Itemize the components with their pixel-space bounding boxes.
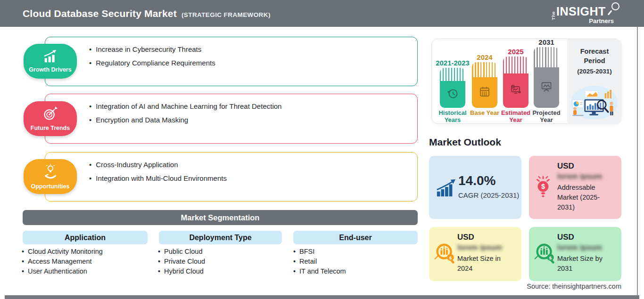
- history-clock-icon: [446, 88, 459, 102]
- list-item: Encryption and Data Masking: [89, 116, 281, 124]
- header-bar: Cloud Database Security Market (STRATEGI…: [0, 0, 644, 27]
- deployment-type-list: Public Cloud Private Cloud Hybrid Cloud: [158, 247, 205, 276]
- right-border-line: [637, 27, 638, 296]
- opportunities-box: Cross-Industry Application Integration w…: [45, 152, 418, 202]
- brand-logo: The INSIGHT Partners: [552, 4, 618, 24]
- logo-the: The: [551, 11, 556, 20]
- future-trends-badge: Future Trends: [24, 101, 77, 136]
- base-year-bar: [472, 62, 497, 108]
- header-title-wrap: Cloud Database Security Market (STRATEGI…: [23, 8, 271, 19]
- currency-label: USD: [557, 233, 617, 242]
- forecast-range: (2025-2031): [567, 68, 622, 75]
- future-trends-box: Integration of AI and Machine Learning f…: [45, 94, 418, 144]
- projected-year-bar: [534, 47, 559, 108]
- bottom-bar: [5, 295, 639, 299]
- magnifier-chart-icon-green: $: [533, 242, 557, 267]
- calendar-icon: [479, 86, 491, 100]
- growth-drivers-badge: Growth Drivers: [24, 44, 77, 79]
- card-label: Addressable Market (2025-2031): [557, 183, 617, 212]
- blurred-value: lorem ipsum: [457, 243, 517, 252]
- bulb-hand-icon: [42, 164, 58, 182]
- timeline-year: 2025: [495, 48, 537, 56]
- chip-label: End-user: [339, 234, 372, 242]
- list-item: Cross-Industry Application: [89, 161, 227, 169]
- card-text: USD lorem ipsum Addressable Market (2025…: [557, 162, 617, 212]
- list-item: Retail: [293, 257, 346, 267]
- chip-label: Deployment Type: [189, 234, 251, 242]
- card-label: Market Size in 2024: [457, 254, 517, 274]
- forecast-period-panel: Forecast Period (2025-2031): [567, 39, 622, 124]
- opportunities-list: Cross-Industry Application Integration w…: [89, 161, 227, 188]
- card-text: USD lorem ipsum Market Size in 2024: [457, 233, 517, 274]
- infographic-page: Cloud Database Security Market (STRATEGI…: [0, 0, 644, 299]
- bar-stripe: [503, 57, 528, 73]
- list-item: Increase in Cybersecurity Threats: [89, 45, 215, 54]
- list-item: Hybrid Cloud: [158, 267, 205, 276]
- badge-label: Future Trends: [31, 125, 70, 131]
- historical-years-bar: [440, 68, 465, 108]
- bar-body: [440, 81, 465, 108]
- svg-text:$: $: [549, 255, 552, 260]
- growth-drivers-list: Increase in Cybersecurity Threats Regula…: [89, 45, 215, 73]
- future-trends-list: Integration of AI and Machine Learning f…: [89, 102, 281, 129]
- target-icon: [42, 106, 58, 123]
- addressable-market-card: $ USD lorem ipsum Addressable Market (20…: [529, 156, 621, 219]
- segment-chip-end-user: End-user: [293, 231, 418, 244]
- page-subtitle: (STRATEGIC FRAMEWORK): [182, 11, 271, 18]
- list-item: Public Cloud: [158, 247, 205, 257]
- blurred-value: lorem ipsum: [557, 243, 617, 252]
- list-item: Regulatory Compliance Requirements: [89, 59, 215, 67]
- logo-insight: INSIGHT: [556, 5, 606, 18]
- list-item: Private Cloud: [158, 257, 205, 267]
- opportunities-badge: Opportunities: [24, 159, 77, 194]
- analytics-illustration: [569, 84, 620, 122]
- magnifier-chart-icon-orange: $: [433, 242, 457, 267]
- bar-body: [534, 67, 559, 108]
- bar-body: [503, 73, 528, 108]
- timeline-bar-label: Projected Year: [528, 110, 565, 124]
- analysis-gear-icon: [510, 83, 522, 97]
- segmentation-title: Market Segmentation: [181, 213, 260, 222]
- badge-label: Opportunities: [31, 183, 70, 190]
- timeline-panel: 2021-2023 2024 2025 2031: [431, 39, 621, 124]
- cagr-label: CAGR (2025-2031): [458, 191, 519, 199]
- cagr-value: 14.0%: [458, 173, 495, 188]
- list-item: Access Management: [22, 257, 103, 267]
- bar-body: [472, 77, 497, 108]
- market-outlook-title: Market Outlook: [429, 137, 501, 148]
- cagr-card: 14.0% CAGR (2025-2031): [429, 156, 521, 219]
- svg-text:$: $: [449, 255, 452, 260]
- blurred-value: lorem ipsum: [557, 172, 617, 181]
- currency-label: USD: [457, 233, 517, 242]
- magnifier-icon: [611, 2, 619, 10]
- svg-text:$: $: [541, 183, 545, 190]
- source-attribution: Source: theinsightpartners.com: [527, 283, 621, 290]
- card-label: Market Size by 2031: [557, 254, 617, 274]
- card-text: USD lorem ipsum Market Size by 2031: [557, 233, 617, 274]
- growth-drivers-box: Increase in Cybersecurity Threats Regula…: [45, 37, 418, 86]
- market-size-2031-card: $ USD lorem ipsum Market Size by 2031: [529, 227, 621, 281]
- end-user-list: BFSI Retail IT and Telecom: [293, 247, 346, 276]
- growth-chart-icon: [42, 50, 59, 65]
- list-item: Integration with Multi-Cloud Environment…: [89, 174, 227, 183]
- list-item: IT and Telecom: [293, 267, 346, 276]
- list-item: BFSI: [293, 247, 346, 257]
- growth-bars-icon: [436, 178, 456, 199]
- list-item: Integration of AI and Machine Learning f…: [89, 102, 281, 111]
- timeline-year: 2031: [525, 38, 568, 46]
- timeline-bar-label: Historical Years: [434, 110, 471, 124]
- market-segmentation-bar: Market Segmentation: [23, 210, 418, 225]
- badge-label: Growth Drivers: [29, 66, 71, 73]
- logo-partners: Partners: [589, 17, 614, 24]
- bar-stripe: [440, 68, 465, 81]
- estimated-year-bar: [503, 57, 528, 108]
- page-title: Cloud Database Security Market: [23, 8, 177, 19]
- market-size-2024-card: $ USD lorem ipsum Market Size in 2024: [429, 227, 521, 281]
- forecast-title: Forecast Period: [567, 47, 622, 66]
- bar-stripe: [534, 47, 559, 67]
- list-item: User Authentication: [22, 267, 103, 276]
- bar-stripe: [472, 62, 497, 77]
- currency-label: USD: [557, 162, 617, 171]
- segment-chip-deployment-type: Deployment Type: [159, 231, 282, 244]
- bulb-dollar-icon: $: [533, 175, 553, 200]
